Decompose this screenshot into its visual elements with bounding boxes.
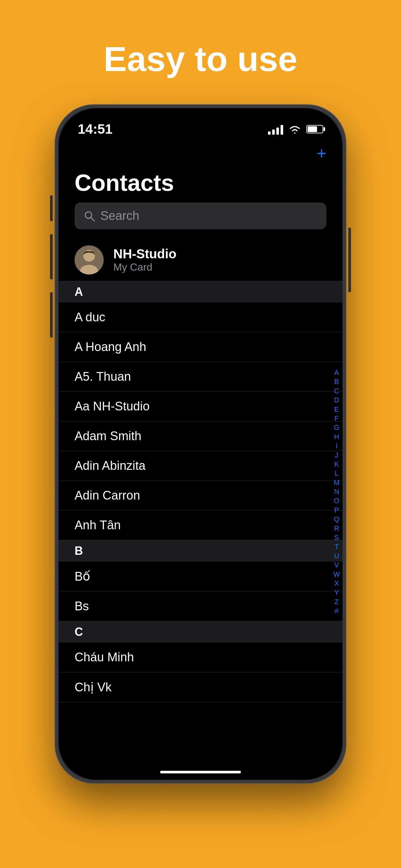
contact-row[interactable]: Bố bbox=[58, 562, 343, 592]
contact-name: Aa NH-Studio bbox=[74, 399, 150, 413]
alpha-w[interactable]: W bbox=[333, 570, 340, 578]
alphabet-index[interactable]: A B C D E F G H I J K L M N O P Q bbox=[333, 368, 340, 616]
svg-line-1 bbox=[91, 218, 94, 221]
wifi-icon bbox=[288, 124, 301, 134]
battery-icon bbox=[306, 125, 323, 133]
alpha-o[interactable]: O bbox=[334, 497, 339, 505]
contact-name: Adam Smith bbox=[74, 429, 142, 443]
phone-mockup: 14:51 bbox=[55, 105, 346, 783]
my-card-label: My Card bbox=[113, 261, 177, 273]
my-card-info: NH-Studio My Card bbox=[113, 247, 177, 273]
alpha-i[interactable]: I bbox=[336, 442, 338, 450]
contact-name: Cháu Minh bbox=[74, 650, 134, 664]
alpha-s[interactable]: S bbox=[334, 533, 339, 542]
contact-row[interactable]: Aa NH-Studio bbox=[58, 392, 343, 422]
alpha-q[interactable]: Q bbox=[334, 515, 339, 523]
contact-row[interactable]: Adin Carron bbox=[58, 481, 343, 510]
phone-frame: 14:51 bbox=[55, 105, 346, 783]
status-time: 14:51 bbox=[78, 121, 112, 137]
status-icons bbox=[268, 124, 323, 135]
section-header-a: A bbox=[58, 281, 343, 303]
section-header-c: C bbox=[58, 621, 343, 643]
contact-row[interactable]: A Hoang Anh bbox=[58, 332, 343, 362]
contact-row[interactable]: Adin Abinzita bbox=[58, 451, 343, 481]
alpha-k[interactable]: K bbox=[334, 460, 339, 469]
alpha-f[interactable]: F bbox=[335, 414, 339, 423]
alpha-x[interactable]: X bbox=[334, 579, 339, 588]
alpha-a[interactable]: A bbox=[334, 368, 339, 377]
home-indicator bbox=[160, 771, 241, 773]
contact-name: A Hoang Anh bbox=[74, 340, 146, 354]
alpha-h[interactable]: H bbox=[334, 432, 339, 441]
mute-button bbox=[50, 195, 53, 221]
power-button bbox=[348, 228, 351, 292]
contact-row[interactable]: Chị Vk bbox=[58, 672, 343, 702]
nav-bar: + bbox=[58, 141, 343, 166]
contact-row[interactable]: Bs bbox=[58, 592, 343, 621]
signal-icon bbox=[268, 124, 283, 135]
dynamic-island bbox=[168, 114, 233, 130]
contact-row[interactable]: Adam Smith bbox=[58, 422, 343, 451]
my-card-row[interactable]: NH-Studio My Card bbox=[58, 239, 343, 281]
alpha-n[interactable]: N bbox=[334, 488, 339, 496]
alpha-g[interactable]: G bbox=[334, 423, 339, 432]
contact-name: Adin Carron bbox=[74, 489, 140, 502]
alpha-l[interactable]: L bbox=[335, 469, 338, 477]
search-placeholder: Search bbox=[100, 209, 139, 223]
section-header-b: B bbox=[58, 540, 343, 562]
contact-name: A5. Thuan bbox=[74, 370, 131, 383]
contact-name: Bs bbox=[74, 599, 89, 613]
alpha-r[interactable]: R bbox=[334, 524, 339, 532]
alpha-u[interactable]: U bbox=[334, 552, 339, 560]
contact-name: Chị Vk bbox=[74, 680, 112, 694]
alpha-t[interactable]: T bbox=[335, 542, 339, 551]
search-bar[interactable]: Search bbox=[74, 203, 327, 229]
contacts-heading: Contacts bbox=[58, 166, 343, 203]
alpha-j[interactable]: J bbox=[335, 451, 338, 459]
alpha-b[interactable]: B bbox=[334, 377, 339, 386]
contact-row[interactable]: Cháu Minh bbox=[58, 643, 343, 672]
volume-down-button bbox=[50, 292, 53, 337]
contact-row[interactable]: A5. Thuan bbox=[58, 362, 343, 392]
contact-row[interactable]: A duc bbox=[58, 303, 343, 332]
alpha-z[interactable]: Z bbox=[335, 597, 339, 606]
my-card-name: NH-Studio bbox=[113, 247, 177, 261]
page-title: Easy to use bbox=[104, 39, 297, 79]
avatar bbox=[74, 245, 104, 275]
alpha-e[interactable]: E bbox=[334, 405, 339, 413]
phone-screen: 14:51 bbox=[58, 108, 343, 780]
alpha-d[interactable]: D bbox=[334, 396, 339, 404]
contacts-list: A B C D E F G H I J K L M N O P Q bbox=[58, 281, 343, 702]
contact-row[interactable]: Anh Tân bbox=[58, 510, 343, 540]
volume-up-button bbox=[50, 234, 53, 279]
contact-name: Adin Abinzita bbox=[74, 459, 146, 473]
alpha-p[interactable]: P bbox=[334, 506, 339, 515]
contact-name: Anh Tân bbox=[74, 518, 121, 532]
alpha-c[interactable]: C bbox=[334, 387, 339, 395]
alpha-hash[interactable]: # bbox=[335, 607, 338, 615]
contact-name: Bố bbox=[74, 569, 90, 584]
alpha-m[interactable]: M bbox=[334, 478, 339, 487]
contact-name: A duc bbox=[74, 310, 105, 324]
add-contact-button[interactable]: + bbox=[317, 145, 327, 162]
search-icon bbox=[84, 210, 95, 222]
alpha-y[interactable]: Y bbox=[334, 588, 339, 597]
alpha-v[interactable]: V bbox=[334, 561, 339, 569]
